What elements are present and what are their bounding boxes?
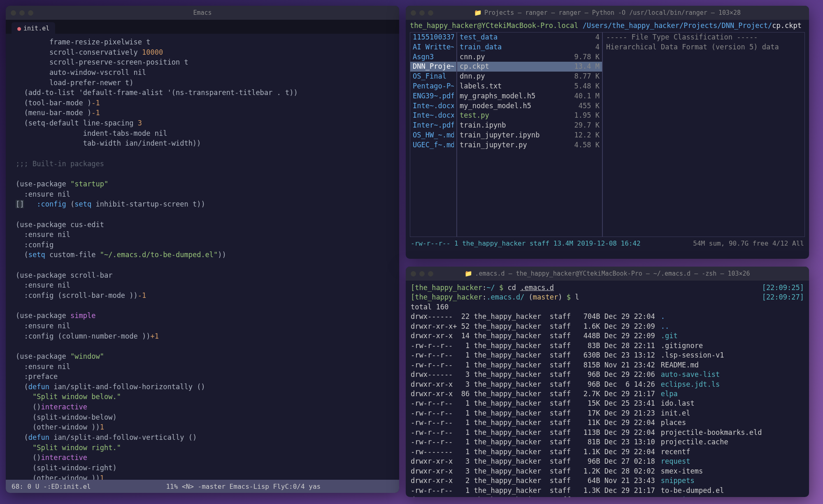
modeline-left: 68: 0 U -:ED:init.el <box>12 483 91 490</box>
ls-row: -rw-r--r-- 1 the_happy_hacker staff 1.3K… <box>411 486 804 495</box>
ranger-path: the_happy_hacker@YCtekiMacBook-Pro.local… <box>406 20 809 30</box>
list-item[interactable]: train.ipynb29.7 K <box>457 121 602 130</box>
ls-row: -rw-r--r-- 1 the_happy_hacker staff 17K … <box>411 409 804 418</box>
ranger-current-col[interactable]: test_data4train_data4cnn.py9.78 Kcp.ckpt… <box>457 32 602 237</box>
ls-row: drwxr-xr-x 86 the_happy_hacker staff 2.7… <box>411 389 804 399</box>
ls-row: drwx------ 22 the_happy_hacker staff 704… <box>411 312 804 321</box>
ls-row: drwxr-xr-x 3 the_happy_hacker staff 1.2K… <box>411 467 804 476</box>
emacs-window: Emacs ● init.el frame-resize-pixelwise t… <box>6 6 399 493</box>
ranger-dir: /Users/the_happy_hacker/Projects/DNN_Pro… <box>583 21 772 30</box>
list-item[interactable]: DNN_Proje~ <box>410 62 456 72</box>
list-item[interactable]: cnn.py9.78 K <box>457 52 602 62</box>
ranger-file: cp.ckpt <box>772 21 802 30</box>
folder-icon: 📁 <box>474 9 482 16</box>
ranger-titlebar[interactable]: 📁Projects — ranger — ranger — Python -O … <box>406 6 809 20</box>
ls-row: -rw-r--r-- 1 the_happy_hacker staff 630B… <box>411 351 804 360</box>
list-item[interactable]: UGEC_f~.md <box>410 140 456 150</box>
zsh-window: 📁.emacs.d — the_happy_hacker@YCtekiMacBo… <box>406 267 809 497</box>
list-item[interactable]: cp.ckpt13.4 M <box>457 62 602 72</box>
ranger-title: 📁Projects — ranger — ranger — Python -O … <box>406 9 809 16</box>
emacs-editor[interactable]: frame-resize-pixelwise t scroll-conserva… <box>6 34 399 493</box>
list-item[interactable]: Inter~.pdf <box>410 121 456 130</box>
zoom-icon[interactable] <box>428 271 433 276</box>
list-item[interactable]: train_jupyter.ipynb12.2 K <box>457 130 602 140</box>
list-item[interactable]: Inte~.docx <box>410 101 456 111</box>
minimize-icon[interactable] <box>419 10 425 16</box>
minimize-icon[interactable] <box>19 10 25 16</box>
list-item[interactable]: OS_HW_~.md <box>410 130 456 140</box>
emacs-title: Emacs <box>6 9 399 16</box>
minimize-icon[interactable] <box>419 271 425 276</box>
ls-row: drwxr-xr-x+ 52 the_happy_hacker staff 1.… <box>411 322 804 331</box>
list-item[interactable]: 1155100337 <box>410 33 456 42</box>
ls-row: -rw-r--r-- 1 the_happy_hacker staff 815B… <box>411 360 804 370</box>
list-item[interactable]: AI Writte~ <box>410 42 456 52</box>
modeline-mid: 11% <N> -master Emacs-Lisp FlyC:0/4 yas <box>166 483 321 490</box>
emacs-modeline: 68: 0 U -:ED:init.el 11% <N> -master Ema… <box>6 480 399 493</box>
ranger-status: -rw-r--r-- 1 the_happy_hacker staff 13.4… <box>406 239 809 250</box>
ranger-host: the_happy_hacker@YCtekiMacBook-Pro.local <box>410 21 578 30</box>
ls-row: drwxr-xr-x 14 the_happy_hacker staff 448… <box>411 331 804 341</box>
ls-row: drwxr-xr-x 3 the_happy_hacker staff 96B … <box>411 380 804 389</box>
preview-line: Hierarchical Data Format (version 5) dat… <box>603 42 804 52</box>
window-lights <box>411 10 433 16</box>
list-item[interactable]: dnn.py8.77 K <box>457 72 602 81</box>
folder-icon: 📁 <box>465 270 472 277</box>
ls-row: -rw-r--r-- 1 the_happy_hacker staff 15K … <box>411 399 804 408</box>
emacs-titlebar[interactable]: Emacs <box>6 6 399 20</box>
zsh-titlebar[interactable]: 📁.emacs.d — the_happy_hacker@YCtekiMacBo… <box>406 267 809 281</box>
ls-row: -rw-r--r-- 1 the_happy_hacker staff 81B … <box>411 437 804 447</box>
ranger-summary: 54M sum, 90.7G free 4/12 All <box>693 239 804 247</box>
ranger-perms: -rw-r--r-- 1 the_happy_hacker staff 13.4… <box>411 239 641 247</box>
ls-row: drwx------ 3 the_happy_hacker staff 96B … <box>411 370 804 379</box>
ranger-preview-col: ----- File Type Classification -----Hier… <box>602 32 805 237</box>
zoom-icon[interactable] <box>28 10 33 16</box>
ranger-parent-col[interactable]: 1155100337AI Writte~Asgn3DNN_Proje~OS_Fi… <box>410 32 457 237</box>
ls-row: -rw-r--r-- 1 the_happy_hacker staff 113B… <box>411 428 804 437</box>
ranger-window: 📁Projects — ranger — ranger — Python -O … <box>406 6 809 259</box>
zoom-icon[interactable] <box>428 10 433 16</box>
ls-row: drwxr-xr-x 3 the_happy_hacker staff 96B … <box>411 495 804 497</box>
zsh-title: 📁.emacs.d — the_happy_hacker@YCtekiMacBo… <box>406 270 809 277</box>
list-item[interactable]: test_data4 <box>457 33 602 42</box>
list-item[interactable]: train_data4 <box>457 42 602 52</box>
list-item[interactable]: ENG39~.pdf <box>410 91 456 101</box>
window-lights <box>11 10 33 16</box>
close-icon[interactable] <box>411 10 416 16</box>
list-item[interactable]: my_nodes_model.h5455 K <box>457 101 602 111</box>
list-item[interactable]: labels.txt5.48 K <box>457 81 602 91</box>
window-lights <box>411 271 433 276</box>
zsh-terminal[interactable]: [the_happy_hacker:~/ $ cd .emacs.d[22:09… <box>406 281 809 497</box>
ranger-columns: 1155100337AI Writte~Asgn3DNN_Proje~OS_Fi… <box>410 32 805 237</box>
ls-row: -rw-r--r-- 1 the_happy_hacker staff 83B … <box>411 341 804 351</box>
tab-init-el[interactable]: ● init.el <box>12 22 55 34</box>
ls-row: drwxr-xr-x 2 the_happy_hacker staff 64B … <box>411 476 804 485</box>
modified-dot-icon: ● <box>17 25 21 32</box>
close-icon[interactable] <box>411 271 416 276</box>
list-item[interactable]: my_graphs_model.h540.1 M <box>457 91 602 101</box>
preview-line: ----- File Type Classification ----- <box>603 33 804 42</box>
tab-label: init.el <box>23 25 49 32</box>
list-item[interactable]: Inte~.docx <box>410 111 456 121</box>
list-item[interactable]: test.py1.95 K <box>457 111 602 121</box>
ls-row: drwxr-xr-x 3 the_happy_hacker staff 96B … <box>411 457 804 466</box>
ls-row: -rw-r--r-- 1 the_happy_hacker staff 11K … <box>411 418 804 427</box>
close-icon[interactable] <box>11 10 16 16</box>
list-item[interactable]: train_jupyter.py4.58 K <box>457 140 602 150</box>
list-item[interactable]: OS_Final <box>410 72 456 81</box>
emacs-tabbar: ● init.el <box>6 20 399 34</box>
list-item[interactable]: Pentago-P~ <box>410 81 456 91</box>
list-item[interactable]: Asgn3 <box>410 52 456 62</box>
ls-row: -rw------- 1 the_happy_hacker staff 1.1K… <box>411 447 804 457</box>
